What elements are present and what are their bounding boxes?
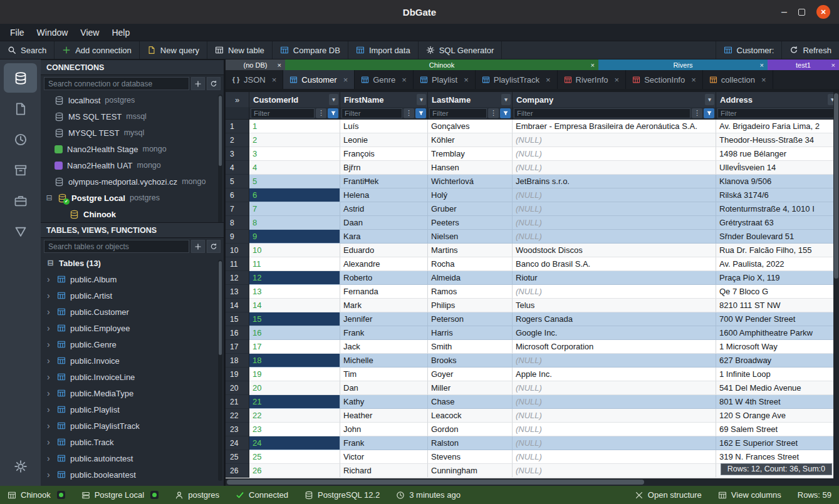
row-number[interactable]: 17	[226, 340, 249, 354]
cell-customerid[interactable]: 6	[249, 188, 340, 202]
close-icon[interactable]: ×	[691, 75, 696, 85]
table-row[interactable]: 1212RobertoAlmeidaRioturPraça Pio X, 119	[226, 271, 839, 285]
column-menu-icon[interactable]: ▾	[417, 94, 426, 105]
cell-customerid[interactable]: 1	[249, 120, 340, 133]
cell-company[interactable]: (NULL)	[513, 409, 716, 423]
cell-firstname[interactable]: Frank	[340, 436, 428, 450]
cell-address[interactable]: Praça Pio X, 119	[716, 271, 839, 285]
tables-scrollbar[interactable]	[218, 260, 222, 481]
cell-firstname[interactable]: FrantiĦek	[340, 175, 428, 188]
toolbar-customer[interactable]: Customer:	[716, 41, 782, 59]
table-item-public-invoiceline[interactable]: ›public.InvoiceLine	[41, 369, 224, 385]
cell-address[interactable]: 319 N. Frances Street	[716, 450, 839, 464]
table-row[interactable]: 1010EduardoMartinsWoodstock DiscosRua Dr…	[226, 244, 839, 257]
menu-window[interactable]: Window	[31, 28, 75, 38]
cell-company[interactable]: (NULL)	[513, 464, 716, 478]
cell-firstname[interactable]: Heather	[340, 409, 428, 423]
cell-firstname[interactable]: François	[340, 147, 428, 161]
status-open-structure[interactable]: Open structure	[635, 490, 702, 500]
cell-customerid[interactable]: 15	[249, 312, 340, 326]
cell-lastname[interactable]: Brooks	[428, 354, 513, 368]
grid-vertical-scrollbar[interactable]	[833, 92, 839, 478]
connection-mysql-test[interactable]: MYSQL TESTmysql	[41, 125, 224, 141]
add-connection-button[interactable]	[191, 77, 205, 90]
filter-menu-icon[interactable]: ⋮	[404, 108, 414, 118]
cell-address[interactable]: 801 W 4th Street	[716, 395, 839, 409]
cell-firstname[interactable]: Astrid	[340, 202, 428, 216]
cell-company[interactable]: Google Inc.	[513, 326, 716, 340]
close-icon[interactable]: ×	[278, 61, 281, 69]
cell-company[interactable]: Embraer - Empresa Brasileira de Aeronáut…	[513, 120, 716, 133]
chevron-right-icon[interactable]: ›	[47, 356, 53, 365]
cell-customerid[interactable]: 13	[249, 285, 340, 299]
cell-company[interactable]: (NULL)	[513, 381, 716, 395]
chevron-right-icon[interactable]: ›	[47, 340, 53, 349]
cell-address[interactable]: 627 Broadway	[716, 354, 839, 368]
cell-firstname[interactable]: Daan	[340, 216, 428, 230]
table-row[interactable]: 1616FrankHarrisGoogle Inc.1600 Amphithea…	[226, 326, 839, 340]
cell-firstname[interactable]: Frank	[340, 326, 428, 340]
cell-company[interactable]: Rogers Canada	[513, 312, 716, 326]
table-row[interactable]: 11LuísGonçalvesEmbraer - Empresa Brasile…	[226, 120, 839, 133]
cell-company[interactable]: Apple Inc.	[513, 368, 716, 381]
toolbar-sql-generator[interactable]: SQL Generator	[419, 41, 503, 59]
row-number[interactable]: 13	[226, 285, 249, 299]
cell-lastname[interactable]: Stevens	[428, 450, 513, 464]
cell-lastname[interactable]: Miller	[428, 381, 513, 395]
cell-lastname[interactable]: Tremblay	[428, 147, 513, 161]
close-icon[interactable]: ×	[615, 75, 620, 85]
row-number[interactable]: 22	[226, 409, 249, 423]
filter-menu-icon[interactable]: ⋮	[488, 108, 499, 118]
table-row[interactable]: 2222HeatherLeacock(NULL)120 S Orange Ave	[226, 409, 839, 423]
column-header-address[interactable]: Address▾	[716, 92, 839, 107]
cell-company[interactable]: (NULL)	[513, 202, 716, 216]
table-row[interactable]: 1717JackSmithMicrosoft Corporation1 Micr…	[226, 340, 839, 354]
cell-address[interactable]: 1600 Amphitheatre Parkw	[716, 326, 839, 340]
funnel-icon[interactable]	[704, 108, 714, 118]
cell-customerid[interactable]: 25	[249, 450, 340, 464]
cell-customerid[interactable]: 26	[249, 464, 340, 478]
cell-company[interactable]: (NULL)	[513, 395, 716, 409]
cell-firstname[interactable]: Fernanda	[340, 285, 428, 299]
chevron-right-icon[interactable]: ›	[47, 405, 53, 414]
connection-localhost[interactable]: localhostpostgres	[41, 92, 224, 108]
cell-address[interactable]: Rilská 3174/6	[716, 188, 839, 202]
cell-address[interactable]: Av. Brigadeiro Faria Lima, 2	[716, 120, 839, 133]
cell-lastname[interactable]: Köhler	[428, 133, 513, 147]
toolbar-new-query[interactable]: New query	[140, 41, 207, 59]
row-number[interactable]: 25	[226, 450, 249, 464]
cell-firstname[interactable]: Kara	[340, 230, 428, 244]
sidebar-item-plugins[interactable]	[4, 186, 37, 215]
cell-address[interactable]: Sřnder Boulevard 51	[716, 230, 839, 244]
cell-address[interactable]: Grétrystraat 63	[716, 216, 839, 230]
cell-address[interactable]: Av. Paulista, 2022	[716, 257, 839, 271]
sidebar-item-settings[interactable]	[4, 451, 37, 481]
cell-customerid[interactable]: 16	[249, 326, 340, 340]
tab-sectioninfo[interactable]: SectionInfo×	[626, 70, 703, 89]
table-row[interactable]: 1414MarkPhilipsTelus8210 111 ST NW	[226, 299, 839, 312]
row-number[interactable]: 9	[226, 230, 249, 244]
cell-lastname[interactable]: Goyer	[428, 368, 513, 381]
close-icon[interactable]: ×	[546, 75, 551, 85]
cell-firstname[interactable]: Luís	[340, 120, 428, 133]
sidebar-item-archive[interactable]	[4, 155, 37, 185]
filter-input-firstname[interactable]	[341, 108, 402, 118]
row-number[interactable]: 26	[226, 464, 249, 478]
tab-collection[interactable]: collection×	[703, 70, 773, 89]
table-row[interactable]: 22LeonieKöhler(NULL)Theodor-Heuss-Straße…	[226, 133, 839, 147]
sidebar-item-history[interactable]	[4, 125, 37, 154]
table-row[interactable]: 33FrançoisTremblay(NULL)1498 rue Bélange…	[226, 147, 839, 161]
column-menu-icon[interactable]: ▾	[501, 94, 511, 105]
cell-firstname[interactable]: Victor	[340, 450, 428, 464]
table-row[interactable]: 66HelenaHolý(NULL)Rilská 3174/6	[226, 188, 839, 202]
cell-customerid[interactable]: 18	[249, 354, 340, 368]
table-row[interactable]: 1313FernandaRamos(NULL)Qe 7 Bloco G	[226, 285, 839, 299]
filter-input-customerid[interactable]	[251, 108, 315, 118]
table-row[interactable]: 2323JohnGordon(NULL)69 Salem Street	[226, 423, 839, 436]
cell-firstname[interactable]: Leonie	[340, 133, 428, 147]
toolbar-add-connection[interactable]: Add connection	[55, 41, 140, 59]
tab-json[interactable]: { }JSON×	[226, 70, 283, 89]
table-row[interactable]: 44BjřrnHansen(NULL)Ullevĺlsveien 14	[226, 161, 839, 175]
row-number[interactable]: 19	[226, 368, 249, 381]
tab-group-rivers[interactable]: Rivers×	[598, 59, 768, 70]
